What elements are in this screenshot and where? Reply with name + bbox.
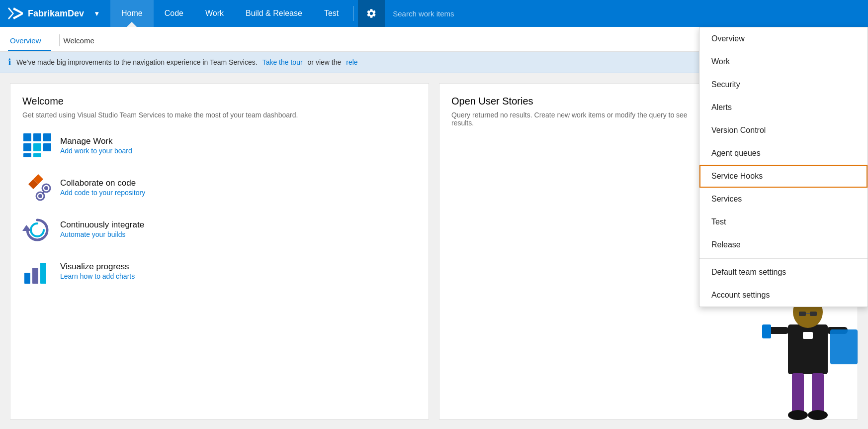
brand-name: FabrikamDev	[28, 8, 84, 19]
svg-rect-6	[23, 153, 31, 157]
nav-test[interactable]: Test	[313, 0, 349, 27]
svg-rect-31	[812, 373, 824, 413]
nav-links: Home Code Work Build & Release Test	[110, 0, 349, 27]
svg-rect-26	[803, 332, 813, 339]
code-collaborate-icon	[22, 174, 52, 202]
tab-overview[interactable]: Overview	[8, 30, 51, 51]
svg-rect-30	[792, 373, 804, 413]
svg-rect-5	[43, 143, 51, 151]
dropdown-divider	[699, 258, 868, 259]
integrate-text: Continuously integrate Automate your bui…	[60, 220, 144, 239]
svg-point-13	[44, 186, 48, 190]
visualize-item: Visualize progress Learn how to add char…	[22, 256, 417, 286]
svg-rect-23	[799, 312, 806, 316]
svg-rect-34	[830, 329, 858, 364]
welcome-subtitle: Get started using Visual Studio Team Ser…	[22, 111, 417, 119]
search-placeholder: Search work items	[393, 9, 454, 18]
svg-rect-24	[810, 312, 817, 316]
svg-rect-16	[24, 273, 30, 284]
settings-gear-button[interactable]	[358, 0, 385, 27]
dropdown-agent-queues[interactable]: Agent queues	[699, 142, 868, 165]
svg-point-32	[788, 410, 808, 420]
nav-home[interactable]: Home	[110, 0, 154, 27]
brand-dropdown-button[interactable]: ▾	[91, 7, 102, 19]
visualize-icon	[22, 256, 52, 286]
svg-rect-27	[768, 327, 789, 334]
manage-work-item: Manage Work Add work to your board	[22, 131, 417, 161]
svg-rect-18	[40, 263, 46, 284]
dropdown-security[interactable]: Security	[699, 73, 868, 96]
integrate-title: Continuously integrate	[60, 220, 144, 230]
dropdown-version-control[interactable]: Version Control	[699, 119, 868, 142]
banner-tour-link[interactable]: Take the tour	[262, 58, 303, 66]
dropdown-test[interactable]: Test	[699, 211, 868, 233]
svg-rect-3	[23, 143, 31, 151]
nav-work[interactable]: Work	[194, 0, 235, 27]
brand-logo[interactable]: FabrikamDev ▾	[0, 5, 110, 21]
collaborate-text: Collaborate on code Add code to your rep…	[60, 178, 145, 197]
tab-welcome[interactable]: Welcome	[62, 30, 104, 51]
manage-work-text: Manage Work Add work to your board	[60, 136, 132, 155]
banner-text: We've made big improvements to the navig…	[16, 58, 258, 66]
nav-build-release[interactable]: Build & Release	[235, 0, 313, 27]
top-navigation: FabrikamDev ▾ Home Code Work Build & Rel…	[0, 0, 868, 27]
svg-point-33	[808, 410, 828, 420]
dropdown-default-team[interactable]: Default team settings	[699, 261, 868, 284]
dropdown-overview[interactable]: Overview	[699, 27, 868, 50]
welcome-card: Welcome Get started using Visual Studio …	[10, 83, 429, 420]
manage-work-title: Manage Work	[60, 136, 132, 146]
banner-text2: or view the	[308, 58, 342, 66]
integrate-link[interactable]: Automate your builds	[60, 230, 126, 238]
nav-code[interactable]: Code	[154, 0, 194, 27]
dropdown-work[interactable]: Work	[699, 50, 868, 73]
settings-dropdown: Overview Work Security Alerts Version Co…	[699, 27, 868, 307]
dropdown-service-hooks[interactable]: Service Hooks	[699, 165, 868, 188]
dropdown-services[interactable]: Services	[699, 188, 868, 211]
manage-work-icon	[22, 131, 52, 161]
subnav-divider	[59, 34, 60, 46]
welcome-title: Welcome	[22, 96, 417, 107]
svg-rect-1	[33, 133, 41, 141]
collaborate-title: Collaborate on code	[60, 178, 145, 188]
visualize-text: Visualize progress Learn how to add char…	[60, 262, 135, 281]
bar-chart-icon	[22, 258, 52, 285]
visualize-link[interactable]: Learn how to add charts	[60, 272, 135, 280]
dropdown-alerts[interactable]: Alerts	[699, 96, 868, 119]
integrate-item: Continuously integrate Automate your bui…	[22, 214, 417, 244]
banner-release-link[interactable]: rele	[346, 58, 357, 66]
collaborate-link[interactable]: Add code to your repository	[60, 189, 145, 197]
svg-rect-7	[33, 153, 41, 157]
svg-rect-29	[762, 324, 771, 338]
svg-point-14	[38, 194, 42, 198]
vs-logo-icon	[8, 5, 24, 21]
svg-rect-0	[23, 133, 31, 141]
svg-rect-4	[33, 143, 41, 151]
svg-rect-17	[32, 268, 38, 284]
dropdown-release[interactable]: Release	[699, 233, 868, 256]
search-area[interactable]: Search work items	[385, 9, 868, 18]
ci-refresh-icon	[22, 216, 52, 243]
info-icon: ℹ	[8, 57, 11, 68]
collaborate-icon	[22, 173, 52, 203]
visualize-title: Visualize progress	[60, 262, 135, 272]
svg-rect-2	[43, 133, 51, 141]
manage-work-link[interactable]: Add work to your board	[60, 147, 132, 155]
kanban-board-icon	[22, 132, 52, 160]
nav-separator	[353, 6, 354, 21]
integrate-icon	[22, 214, 52, 244]
collaborate-item: Collaborate on code Add code to your rep…	[22, 173, 417, 203]
dropdown-account-settings[interactable]: Account settings	[699, 284, 868, 307]
gear-icon	[366, 8, 377, 19]
